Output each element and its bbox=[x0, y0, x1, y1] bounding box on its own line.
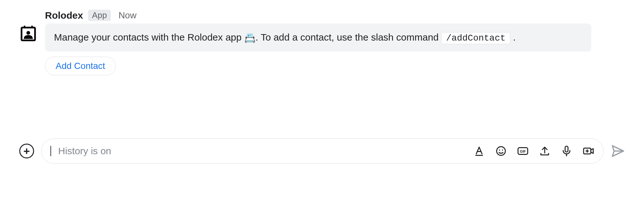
message-text-part3: . bbox=[510, 32, 516, 43]
format-text-icon[interactable] bbox=[473, 145, 485, 157]
svg-rect-10 bbox=[565, 146, 568, 152]
svg-text:GIF: GIF bbox=[520, 149, 526, 153]
video-icon[interactable] bbox=[583, 145, 594, 157]
svg-point-3 bbox=[26, 31, 30, 35]
message-header: Rolodex App Now bbox=[45, 10, 591, 21]
upload-icon[interactable] bbox=[539, 145, 550, 157]
emoji-icon[interactable] bbox=[495, 145, 507, 157]
compose-input-wrapper: GIF bbox=[41, 138, 604, 164]
compose-input[interactable] bbox=[58, 146, 467, 156]
app-avatar-icon bbox=[19, 24, 37, 42]
send-button[interactable] bbox=[611, 144, 625, 158]
message-text-part1: Manage your contacts with the Rolodex ap… bbox=[54, 32, 244, 43]
add-contact-button[interactable]: Add Contact bbox=[45, 57, 116, 75]
slash-command-code: /addContact bbox=[441, 32, 510, 44]
message-text-part2: . To add a contact, use the slash comman… bbox=[255, 32, 441, 43]
app-badge: App bbox=[88, 10, 111, 21]
text-cursor bbox=[50, 146, 51, 156]
add-attachment-button[interactable] bbox=[19, 144, 34, 158]
svg-point-6 bbox=[499, 149, 500, 151]
message-bubble: Manage your contacts with the Rolodex ap… bbox=[45, 24, 591, 52]
svg-point-7 bbox=[502, 149, 503, 151]
gif-icon[interactable]: GIF bbox=[517, 145, 529, 157]
svg-point-5 bbox=[497, 147, 505, 156]
timestamp: Now bbox=[119, 10, 137, 21]
microphone-icon[interactable] bbox=[561, 145, 572, 157]
svg-rect-2 bbox=[31, 26, 33, 28]
compose-row: GIF bbox=[19, 138, 625, 164]
message-row: Rolodex App Now Manage your contacts wit… bbox=[19, 10, 625, 75]
card-index-emoji: 📇 bbox=[244, 33, 255, 43]
sender-name: Rolodex bbox=[45, 10, 83, 21]
svg-rect-1 bbox=[24, 26, 25, 28]
